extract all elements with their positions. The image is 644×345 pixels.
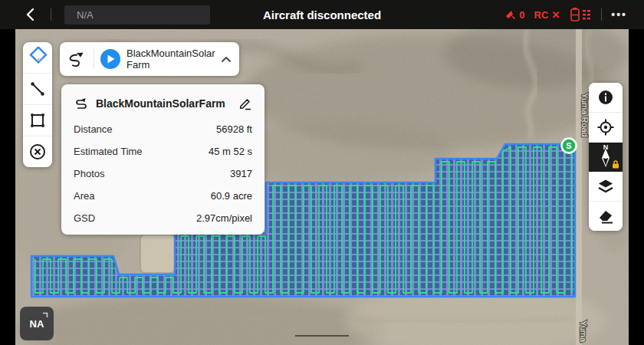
minimap-label: NA bbox=[30, 318, 44, 330]
stat-value: 60.9 acre bbox=[211, 190, 252, 202]
waypoint-tool-button[interactable] bbox=[23, 42, 52, 74]
layers-button[interactable] bbox=[589, 172, 623, 202]
area-mission-button[interactable] bbox=[23, 105, 52, 136]
eraser-icon bbox=[596, 208, 615, 225]
stat-value: 56928 ft bbox=[216, 123, 252, 135]
app-window: S Yuma Road Yuma N/A Aircraft disconnect… bbox=[0, 0, 644, 345]
stat-value: 3917 bbox=[230, 168, 252, 179]
start-marker-label: S bbox=[566, 141, 571, 150]
rc-label: RC bbox=[534, 9, 549, 21]
selector-divider bbox=[94, 49, 94, 69]
mission-tools-toolbar bbox=[23, 42, 52, 167]
stat-label: Photos bbox=[74, 168, 104, 179]
route-icon bbox=[67, 49, 87, 69]
edit-pencil-icon[interactable] bbox=[238, 97, 252, 110]
mapping-mission-icon bbox=[74, 96, 89, 111]
line-mission-button[interactable] bbox=[23, 74, 52, 105]
stat-row-gsd: GSD 2.97cm/pixel bbox=[74, 212, 252, 224]
topbar-divider-right bbox=[601, 8, 602, 21]
cancel-tool-button[interactable] bbox=[23, 136, 52, 167]
stat-label: Area bbox=[74, 190, 94, 202]
stat-row-estimated-time: Estimated Time 45 m 52 s bbox=[74, 146, 252, 157]
mission-name-field[interactable]: N/A bbox=[64, 5, 210, 25]
minimap-toggle[interactable]: NA bbox=[20, 307, 54, 340]
collapse-chevron-icon[interactable] bbox=[221, 56, 232, 63]
stat-value: 2.97cm/pixel bbox=[196, 212, 252, 224]
waypoint-diamond-icon bbox=[27, 47, 48, 68]
locate-button[interactable] bbox=[589, 113, 623, 143]
mission-name-value: N/A bbox=[77, 9, 94, 21]
eraser-button[interactable] bbox=[589, 202, 623, 231]
mission-selector-bar[interactable]: BlackMountainSolarFarm bbox=[60, 42, 239, 76]
map-controls-toolbar: N bbox=[589, 83, 623, 231]
rc-status: RC ✕ bbox=[534, 9, 560, 21]
back-button[interactable] bbox=[21, 6, 38, 23]
stat-value: 45 m 52 s bbox=[209, 146, 252, 157]
map-scale-bar bbox=[295, 335, 349, 337]
stat-label: Distance bbox=[74, 123, 113, 135]
satellite-icon bbox=[505, 10, 516, 20]
back-chevron-icon bbox=[25, 8, 34, 21]
battery-status bbox=[569, 7, 592, 22]
stat-row-photos: Photos 3917 bbox=[74, 168, 252, 179]
compass-north-label: N bbox=[603, 143, 609, 151]
mission-info-panel: BlackMountainSolarFarm Distance 56928 ft… bbox=[61, 84, 264, 235]
satellite-count: 0 bbox=[519, 9, 524, 21]
locate-crosshair-icon bbox=[596, 118, 615, 136]
layers-icon bbox=[596, 177, 615, 196]
stat-label: Estimated Time bbox=[74, 146, 143, 157]
lock-icon bbox=[612, 160, 619, 169]
expand-corner-icon bbox=[41, 312, 48, 319]
start-marker[interactable]: S bbox=[562, 139, 577, 153]
cancel-circle-icon bbox=[28, 143, 47, 161]
stat-label: GSD bbox=[74, 212, 95, 224]
stat-row-distance: Distance 56928 ft bbox=[74, 123, 252, 135]
panel-mission-title: BlackMountainSolarFarm bbox=[96, 97, 238, 110]
area-polygon-icon bbox=[28, 111, 47, 130]
more-menu-button[interactable]: ••• bbox=[611, 8, 627, 21]
play-mission-button[interactable] bbox=[100, 49, 120, 69]
rc-disconnected-cross: ✕ bbox=[551, 9, 560, 21]
info-icon bbox=[597, 89, 614, 106]
topbar-divider bbox=[51, 8, 51, 21]
line-mission-icon bbox=[29, 80, 46, 97]
satellite-status: 0 bbox=[505, 9, 524, 21]
top-status-bar: N/A Aircraft disconnected 0 RC ✕ bbox=[0, 0, 644, 29]
play-icon bbox=[107, 54, 115, 64]
selected-mission-name: BlackMountainSolarFarm bbox=[127, 48, 221, 71]
info-button[interactable] bbox=[589, 83, 623, 113]
battery-icon bbox=[569, 7, 592, 22]
road-label-bottom: Yuma bbox=[579, 320, 588, 343]
compass-lock-button[interactable]: N bbox=[589, 143, 623, 172]
stat-row-area: Area 60.9 acre bbox=[74, 190, 252, 202]
